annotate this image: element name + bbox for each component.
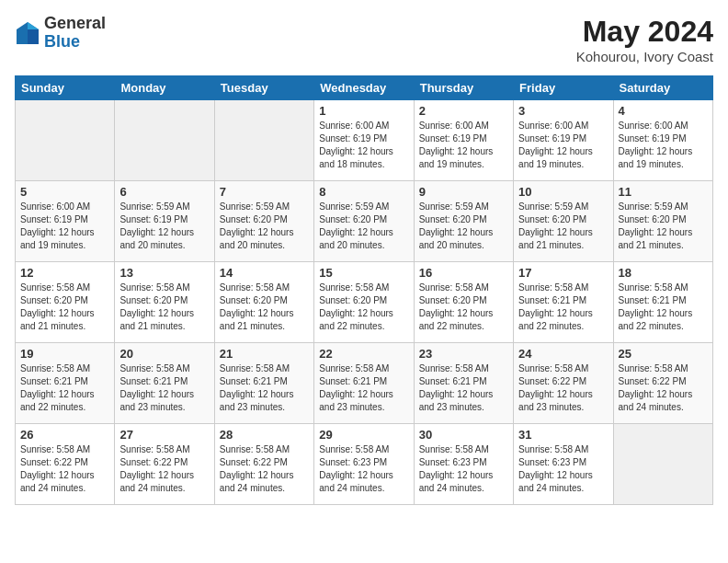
day-info: Sunrise: 5:58 AM Sunset: 6:20 PM Dayligh… bbox=[220, 282, 309, 333]
day-info: Sunrise: 6:00 AM Sunset: 6:19 PM Dayligh… bbox=[419, 120, 508, 171]
svg-marker-1 bbox=[28, 22, 39, 29]
day-number: 22 bbox=[319, 347, 408, 361]
day-number: 13 bbox=[119, 266, 209, 280]
calendar-cell: 4Sunrise: 6:00 AM Sunset: 6:19 PM Daylig… bbox=[613, 100, 712, 181]
calendar-week-1: 1Sunrise: 6:00 AM Sunset: 6:19 PM Daylig… bbox=[16, 100, 713, 181]
day-info: Sunrise: 5:58 AM Sunset: 6:23 PM Dayligh… bbox=[319, 443, 408, 495]
day-number: 1 bbox=[319, 104, 408, 118]
day-header-friday: Friday bbox=[514, 76, 613, 100]
day-number: 5 bbox=[20, 185, 109, 199]
day-info: Sunrise: 5:58 AM Sunset: 6:23 PM Dayligh… bbox=[518, 443, 608, 495]
day-number: 10 bbox=[518, 185, 608, 199]
calendar-cell: 21Sunrise: 5:58 AM Sunset: 6:21 PM Dayli… bbox=[214, 343, 313, 424]
calendar-cell: 27Sunrise: 5:58 AM Sunset: 6:22 PM Dayli… bbox=[115, 424, 214, 505]
day-info: Sunrise: 5:58 AM Sunset: 6:22 PM Dayligh… bbox=[518, 362, 608, 414]
day-number: 25 bbox=[619, 347, 708, 361]
calendar-cell: 11Sunrise: 5:59 AM Sunset: 6:20 PM Dayli… bbox=[613, 181, 712, 262]
day-header-wednesday: Wednesday bbox=[314, 76, 414, 100]
day-info: Sunrise: 5:58 AM Sunset: 6:20 PM Dayligh… bbox=[419, 282, 508, 333]
calendar-cell bbox=[613, 424, 712, 505]
day-info: Sunrise: 5:59 AM Sunset: 6:20 PM Dayligh… bbox=[518, 201, 608, 252]
calendar-cell: 13Sunrise: 5:58 AM Sunset: 6:20 PM Dayli… bbox=[115, 262, 214, 343]
day-info: Sunrise: 5:58 AM Sunset: 6:21 PM Dayligh… bbox=[319, 362, 408, 414]
day-info: Sunrise: 5:58 AM Sunset: 6:22 PM Dayligh… bbox=[119, 443, 209, 495]
day-number: 12 bbox=[20, 266, 109, 280]
calendar-cell: 26Sunrise: 5:58 AM Sunset: 6:22 PM Dayli… bbox=[16, 424, 115, 505]
logo-blue: Blue bbox=[44, 33, 106, 52]
svg-marker-2 bbox=[28, 29, 39, 44]
calendar-cell: 25Sunrise: 5:58 AM Sunset: 6:22 PM Dayli… bbox=[613, 343, 712, 424]
day-header-thursday: Thursday bbox=[414, 76, 513, 100]
calendar-cell: 3Sunrise: 6:00 AM Sunset: 6:19 PM Daylig… bbox=[514, 100, 613, 181]
calendar-cell: 2Sunrise: 6:00 AM Sunset: 6:19 PM Daylig… bbox=[414, 100, 513, 181]
calendar-cell bbox=[115, 100, 214, 181]
day-number: 21 bbox=[220, 347, 309, 361]
day-info: Sunrise: 5:59 AM Sunset: 6:19 PM Dayligh… bbox=[119, 201, 209, 252]
calendar-cell: 10Sunrise: 5:59 AM Sunset: 6:20 PM Dayli… bbox=[514, 181, 613, 262]
calendar-cell bbox=[16, 100, 115, 181]
calendar-cell: 14Sunrise: 5:58 AM Sunset: 6:20 PM Dayli… bbox=[214, 262, 313, 343]
logo-text: General Blue bbox=[44, 15, 106, 52]
day-info: Sunrise: 5:58 AM Sunset: 6:21 PM Dayligh… bbox=[220, 362, 309, 414]
day-number: 11 bbox=[619, 185, 708, 199]
calendar-cell: 23Sunrise: 5:58 AM Sunset: 6:21 PM Dayli… bbox=[414, 343, 513, 424]
calendar-week-5: 26Sunrise: 5:58 AM Sunset: 6:22 PM Dayli… bbox=[16, 424, 713, 505]
day-info: Sunrise: 5:58 AM Sunset: 6:21 PM Dayligh… bbox=[20, 362, 109, 414]
title-block: May 2024 Kohourou, Ivory Coast bbox=[576, 15, 713, 64]
calendar-cell: 7Sunrise: 5:59 AM Sunset: 6:20 PM Daylig… bbox=[214, 181, 313, 262]
day-number: 9 bbox=[419, 185, 508, 199]
calendar-cell: 30Sunrise: 5:58 AM Sunset: 6:23 PM Dayli… bbox=[414, 424, 513, 505]
day-header-saturday: Saturday bbox=[613, 76, 712, 100]
day-number: 29 bbox=[319, 428, 408, 442]
page-header: General Blue May 2024 Kohourou, Ivory Co… bbox=[15, 15, 713, 64]
calendar-cell: 15Sunrise: 5:58 AM Sunset: 6:20 PM Dayli… bbox=[314, 262, 414, 343]
logo-general: General bbox=[44, 15, 106, 33]
calendar-cell: 1Sunrise: 6:00 AM Sunset: 6:19 PM Daylig… bbox=[314, 100, 414, 181]
day-info: Sunrise: 6:00 AM Sunset: 6:19 PM Dayligh… bbox=[518, 120, 608, 171]
day-number: 6 bbox=[119, 185, 209, 199]
day-info: Sunrise: 5:59 AM Sunset: 6:20 PM Dayligh… bbox=[619, 201, 708, 252]
calendar-cell: 31Sunrise: 5:58 AM Sunset: 6:23 PM Dayli… bbox=[514, 424, 613, 505]
calendar-cell bbox=[214, 100, 313, 181]
day-number: 20 bbox=[119, 347, 209, 361]
day-number: 26 bbox=[20, 428, 109, 442]
day-info: Sunrise: 5:58 AM Sunset: 6:21 PM Dayligh… bbox=[619, 282, 708, 333]
logo-icon bbox=[15, 20, 40, 46]
day-info: Sunrise: 5:58 AM Sunset: 6:22 PM Dayligh… bbox=[20, 443, 109, 495]
calendar-cell: 24Sunrise: 5:58 AM Sunset: 6:22 PM Dayli… bbox=[514, 343, 613, 424]
calendar-week-4: 19Sunrise: 5:58 AM Sunset: 6:21 PM Dayli… bbox=[16, 343, 713, 424]
calendar-title: May 2024 bbox=[576, 15, 713, 49]
day-info: Sunrise: 6:00 AM Sunset: 6:19 PM Dayligh… bbox=[319, 120, 408, 171]
calendar-table: SundayMondayTuesdayWednesdayThursdayFrid… bbox=[15, 75, 713, 505]
day-number: 24 bbox=[518, 347, 608, 361]
day-number: 7 bbox=[220, 185, 309, 199]
day-number: 23 bbox=[419, 347, 508, 361]
day-header-tuesday: Tuesday bbox=[214, 76, 313, 100]
calendar-cell: 22Sunrise: 5:58 AM Sunset: 6:21 PM Dayli… bbox=[314, 343, 414, 424]
day-number: 16 bbox=[419, 266, 508, 280]
day-number: 8 bbox=[319, 185, 408, 199]
day-number: 31 bbox=[518, 428, 608, 442]
day-number: 14 bbox=[220, 266, 309, 280]
day-number: 4 bbox=[619, 104, 708, 118]
calendar-cell: 5Sunrise: 6:00 AM Sunset: 6:19 PM Daylig… bbox=[16, 181, 115, 262]
calendar-cell: 12Sunrise: 5:58 AM Sunset: 6:20 PM Dayli… bbox=[16, 262, 115, 343]
calendar-cell: 18Sunrise: 5:58 AM Sunset: 6:21 PM Dayli… bbox=[613, 262, 712, 343]
day-info: Sunrise: 5:58 AM Sunset: 6:21 PM Dayligh… bbox=[419, 362, 508, 414]
calendar-cell: 9Sunrise: 5:59 AM Sunset: 6:20 PM Daylig… bbox=[414, 181, 513, 262]
day-info: Sunrise: 5:59 AM Sunset: 6:20 PM Dayligh… bbox=[319, 201, 408, 252]
calendar-week-3: 12Sunrise: 5:58 AM Sunset: 6:20 PM Dayli… bbox=[16, 262, 713, 343]
day-info: Sunrise: 6:00 AM Sunset: 6:19 PM Dayligh… bbox=[619, 120, 708, 171]
day-info: Sunrise: 5:58 AM Sunset: 6:21 PM Dayligh… bbox=[518, 282, 608, 333]
svg-marker-3 bbox=[17, 29, 28, 44]
day-info: Sunrise: 6:00 AM Sunset: 6:19 PM Dayligh… bbox=[20, 201, 109, 252]
day-number: 28 bbox=[220, 428, 309, 442]
calendar-subtitle: Kohourou, Ivory Coast bbox=[576, 49, 713, 64]
day-info: Sunrise: 5:59 AM Sunset: 6:20 PM Dayligh… bbox=[419, 201, 508, 252]
day-number: 27 bbox=[119, 428, 209, 442]
calendar-cell: 16Sunrise: 5:58 AM Sunset: 6:20 PM Dayli… bbox=[414, 262, 513, 343]
day-info: Sunrise: 5:59 AM Sunset: 6:20 PM Dayligh… bbox=[220, 201, 309, 252]
calendar-week-2: 5Sunrise: 6:00 AM Sunset: 6:19 PM Daylig… bbox=[16, 181, 713, 262]
day-number: 2 bbox=[419, 104, 508, 118]
calendar-cell: 17Sunrise: 5:58 AM Sunset: 6:21 PM Dayli… bbox=[514, 262, 613, 343]
